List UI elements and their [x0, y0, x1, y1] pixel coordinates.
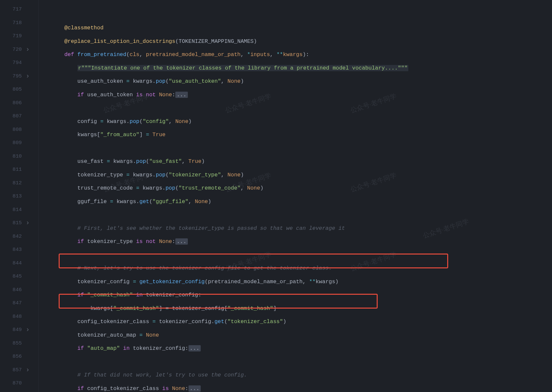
token: (	[165, 172, 169, 178]
token: ]	[159, 305, 162, 312]
token: tokenizer_config:	[130, 345, 188, 351]
token: [	[97, 132, 100, 138]
token: =	[126, 78, 130, 84]
token: if	[77, 292, 84, 298]
token: .	[153, 172, 156, 178]
code-line[interactable]	[38, 249, 552, 262]
fold-toggle	[24, 109, 38, 123]
code-line[interactable]: use_auth_token = kwargs.pop("use_auth_to…	[38, 75, 552, 88]
token: pretrained_model_name_or_path	[146, 51, 241, 58]
code-line[interactable]: use_fast = kwargs.pop("use_fast", True)	[38, 155, 552, 168]
code-line[interactable]: tokenizer_type = kwargs.pop("tokenizer_t…	[38, 168, 552, 182]
fold-toggle	[24, 56, 38, 70]
fold-toggle[interactable]	[24, 216, 38, 230]
token: tokenizer_config	[156, 318, 211, 325]
code-line[interactable]: @classmethod	[38, 21, 552, 35]
line-number: 807	[0, 109, 22, 123]
token: pop	[136, 158, 146, 165]
token	[143, 332, 146, 338]
token: ...	[189, 385, 201, 392]
line-number: 805	[0, 83, 22, 96]
code-line[interactable]: config_tokenizer_class = tokenizer_confi…	[38, 315, 552, 329]
fold-toggle[interactable]	[24, 363, 38, 377]
line-number: 848	[0, 310, 22, 323]
code-line[interactable]: kwargs["_from_auto"] = True	[38, 128, 552, 142]
token: get	[215, 318, 224, 325]
token	[136, 279, 139, 285]
code-line[interactable]: if use_auth_token is not None:...	[38, 88, 552, 102]
token: config	[77, 118, 100, 125]
code-line[interactable]: if config_tokenizer_class is None:...	[38, 382, 552, 392]
token: .	[136, 198, 139, 205]
code-line[interactable]: def from_pretrained(cls, pretrained_mode…	[38, 48, 552, 62]
token: =	[100, 118, 103, 125]
line-number: 849	[0, 323, 22, 337]
fold-toggle[interactable]	[24, 43, 38, 56]
fold-toggle	[24, 243, 38, 256]
token	[84, 345, 87, 351]
token: [	[224, 305, 227, 312]
code-area[interactable]: @classmethod @replace_list_option_in_doc…	[38, 0, 552, 392]
token: if	[77, 92, 84, 98]
code-line[interactable]: @replace_list_option_in_docstrings(TOKEN…	[38, 35, 552, 48]
line-number: 843	[0, 243, 22, 256]
fold-toggle	[24, 230, 38, 243]
token: )	[260, 185, 263, 191]
token: =	[139, 332, 143, 338]
token: True	[189, 158, 202, 165]
token: ,	[189, 198, 195, 205]
token: ,	[303, 279, 309, 285]
code-line[interactable]: tokenizer_config = get_tokenizer_config(…	[38, 275, 552, 289]
code-line[interactable]	[38, 208, 552, 222]
token: ,	[270, 51, 276, 58]
code-line[interactable]: if "_commit_hash" in tokenizer_config:	[38, 288, 552, 302]
token: "trust_remote_code"	[179, 185, 241, 191]
code-line[interactable]: r"""Instantiate one of the tokenizer cla…	[38, 62, 552, 75]
token: tokenizer_auto_map	[77, 332, 139, 338]
token: ]	[273, 305, 276, 312]
token: "gguf_file"	[153, 198, 189, 205]
token: ,	[139, 51, 146, 58]
code-line[interactable]: kwargs["_commit_hash"] = tokenizer_confi…	[38, 302, 552, 316]
token: "use_auth_token"	[169, 78, 221, 84]
token: is not	[136, 92, 156, 98]
token: (	[175, 38, 179, 45]
code-line[interactable]: config = kwargs.pop("config", None)	[38, 115, 552, 129]
line-number: 844	[0, 256, 22, 270]
code-line[interactable]: trust_remote_code = kwargs.pop("trust_re…	[38, 182, 552, 195]
token: tokenizer_config:	[143, 292, 201, 298]
token	[120, 345, 123, 351]
token: kwargs	[110, 158, 133, 165]
code-line[interactable]: tokenizer_auto_map = None	[38, 329, 552, 342]
line-number: 847	[0, 296, 22, 310]
token: ,	[169, 118, 175, 125]
code-line[interactable]: # If that did not work, let's try to use…	[38, 369, 552, 382]
token: *	[247, 51, 250, 58]
fold-toggle	[24, 16, 38, 30]
code-line[interactable]: gguf_file = kwargs.get("gguf_file", None…	[38, 195, 552, 209]
fold-toggle	[24, 256, 38, 270]
token: (	[175, 185, 179, 191]
code-line[interactable]	[38, 142, 552, 155]
token: **	[309, 279, 316, 285]
code-line[interactable]: if tokenizer_type is not None:...	[38, 235, 552, 249]
token	[156, 92, 159, 98]
code-line[interactable]: # First, let's see whether the tokenizer…	[38, 222, 552, 235]
code-line[interactable]: if "auto_map" in tokenizer_config:...	[38, 342, 552, 355]
token: )	[189, 118, 192, 125]
code-line[interactable]	[38, 355, 552, 369]
token: ]	[139, 132, 143, 138]
token: kwargs	[139, 185, 162, 191]
token: =	[107, 158, 110, 165]
token: None	[247, 185, 260, 191]
fold-toggle[interactable]	[24, 70, 38, 83]
token: in	[136, 292, 143, 298]
token	[133, 292, 136, 298]
code-line[interactable]: # Next, let's try to use the tokenizer c…	[38, 262, 552, 275]
line-number: 808	[0, 123, 22, 136]
token: "tokenizer_class"	[227, 318, 283, 325]
code-line[interactable]	[38, 102, 552, 115]
fold-toggle[interactable]	[24, 323, 38, 337]
token: =	[110, 198, 113, 205]
fold-toggle	[24, 270, 38, 283]
